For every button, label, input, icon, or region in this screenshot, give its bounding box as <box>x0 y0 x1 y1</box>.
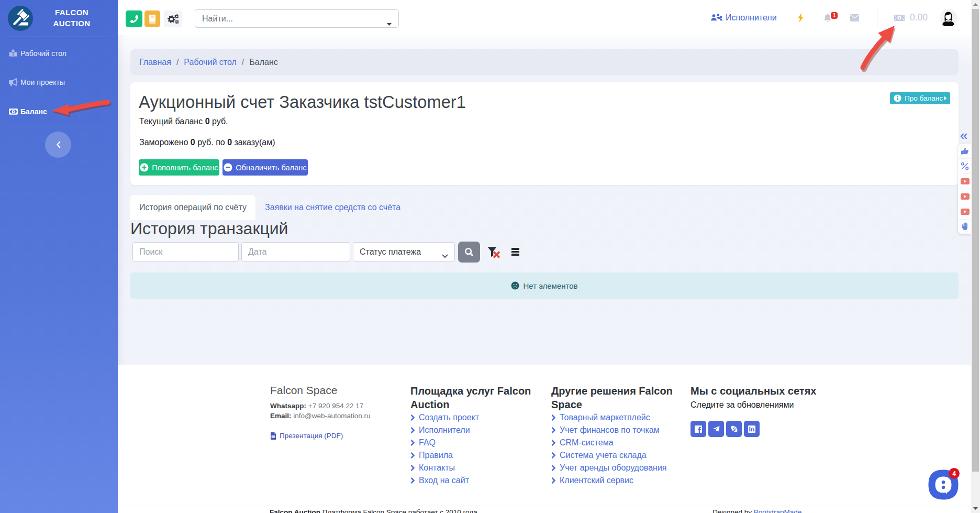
svg-text:S: S <box>732 427 736 432</box>
